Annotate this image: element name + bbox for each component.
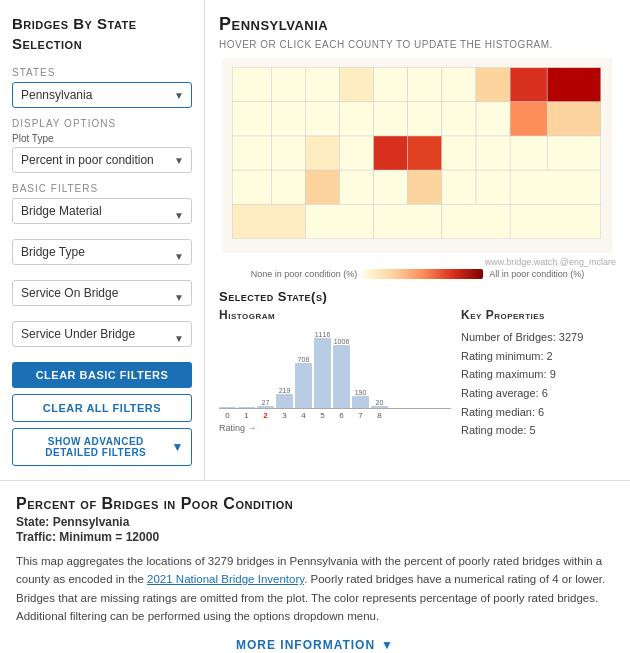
- more-info-label[interactable]: More Information: [236, 638, 375, 652]
- bottom-state-line: State: Pennsylvania: [16, 515, 614, 529]
- more-info-row[interactable]: More Information ▼: [16, 638, 614, 652]
- svg-rect-21: [232, 136, 271, 170]
- svg-rect-6: [408, 68, 442, 102]
- svg-rect-39: [510, 170, 601, 204]
- rating-mode: Rating mode: 5: [461, 421, 616, 440]
- bar-8: [371, 406, 388, 408]
- show-advanced-filters-button[interactable]: Show Advanced Detailed Filters ▼: [12, 428, 192, 466]
- svg-rect-29: [510, 136, 547, 170]
- svg-rect-16: [408, 102, 442, 136]
- svg-rect-30: [547, 136, 601, 170]
- bottom-traffic-line: Traffic: Minimum = 12000: [16, 530, 614, 544]
- bottom-section: Percent of Bridges in Poor Condition Sta…: [0, 481, 630, 653]
- left-panel: Bridges By State Selection States Pennsy…: [0, 0, 205, 480]
- plot-type-wrapper: Percent in poor condition ▼: [12, 147, 192, 173]
- svg-rect-2: [271, 68, 305, 102]
- svg-rect-8: [476, 68, 510, 102]
- histogram-area: Histogram 27: [219, 308, 451, 440]
- bar-group-5: 1116: [314, 331, 331, 408]
- key-props-title: Key Properties: [461, 308, 616, 322]
- bar-group-4: 708: [295, 356, 312, 408]
- svg-rect-5: [374, 68, 408, 102]
- svg-rect-18: [476, 102, 510, 136]
- bar-group-7: 190: [352, 389, 369, 408]
- svg-rect-32: [271, 170, 305, 204]
- svg-rect-11: [232, 102, 271, 136]
- svg-rect-36: [408, 170, 442, 204]
- plot-type-label: Plot Type: [12, 133, 192, 144]
- svg-rect-23: [305, 136, 339, 170]
- display-options-label: Display Options: [12, 118, 192, 129]
- svg-rect-17: [442, 102, 476, 136]
- service-on-wrapper: Service On Bridge ▼: [12, 280, 192, 313]
- bridge-material-select[interactable]: Bridge Material: [12, 198, 192, 224]
- bar-group-3: 219: [276, 387, 293, 408]
- selected-state-heading: Selected State(s): [219, 289, 616, 304]
- svg-rect-34: [340, 170, 374, 204]
- histogram-title: Histogram: [219, 308, 451, 322]
- map-container[interactable]: [219, 58, 616, 253]
- rating-median: Rating median: 6: [461, 403, 616, 422]
- svg-rect-24: [340, 136, 374, 170]
- legend-gradient: [363, 269, 483, 279]
- svg-rect-15: [374, 102, 408, 136]
- state-select-wrapper: Pennsylvania ▼: [12, 82, 192, 108]
- rating-avg: Rating average: 6: [461, 384, 616, 403]
- rating-max: Rating maximum: 9: [461, 365, 616, 384]
- clear-all-filters-button[interactable]: Clear All Filters: [12, 394, 192, 422]
- page-title: Bridges By State Selection: [12, 14, 192, 53]
- svg-rect-28: [476, 136, 510, 170]
- svg-rect-41: [305, 204, 373, 238]
- svg-rect-31: [232, 170, 271, 204]
- histogram-section: Histogram 27: [219, 308, 616, 440]
- bridge-material-wrapper: Bridge Material ▼: [12, 198, 192, 231]
- svg-rect-14: [340, 102, 374, 136]
- svg-rect-22: [271, 136, 305, 170]
- svg-rect-26: [408, 136, 442, 170]
- svg-rect-1: [232, 68, 271, 102]
- chevron-down-icon: ▼: [172, 440, 184, 454]
- legend-right-label: All in poor condition (%): [489, 269, 584, 279]
- svg-rect-25: [374, 136, 408, 170]
- basic-filters-label: Basic Filters: [12, 183, 192, 194]
- bar-chart: 27 219 708 1116: [219, 328, 451, 408]
- map-legend: None in poor condition (%) All in poor c…: [219, 269, 616, 279]
- bar-4: [295, 363, 312, 408]
- state-title: Pennsylvania: [219, 14, 616, 35]
- svg-rect-43: [442, 204, 510, 238]
- bar-3: [276, 394, 293, 408]
- bridge-type-select[interactable]: Bridge Type: [12, 239, 192, 265]
- bar-1: [238, 407, 255, 408]
- bar-group-8: 20: [371, 399, 388, 408]
- right-panel: Pennsylvania Hover or click each county …: [205, 0, 630, 480]
- svg-rect-27: [442, 136, 476, 170]
- svg-rect-3: [305, 68, 339, 102]
- service-on-select[interactable]: Service On Bridge: [12, 280, 192, 306]
- svg-rect-9: [510, 68, 547, 102]
- bridge-type-wrapper: Bridge Type ▼: [12, 239, 192, 272]
- map-credit: www.bridge.watch @eng_mclare: [219, 257, 616, 267]
- rating-min: Rating minimum: 2: [461, 347, 616, 366]
- service-under-wrapper: Service Under Bridge ▼: [12, 321, 192, 354]
- bar-group-6: 1006: [333, 338, 350, 408]
- map-subtitle: Hover or click each county to update the…: [219, 39, 616, 50]
- svg-rect-33: [305, 170, 339, 204]
- svg-rect-40: [232, 204, 305, 238]
- svg-rect-4: [340, 68, 374, 102]
- clear-basic-filters-button[interactable]: Clear Basic Filters: [12, 362, 192, 388]
- svg-rect-35: [374, 170, 408, 204]
- svg-rect-20: [547, 102, 601, 136]
- nbi-link[interactable]: 2021 National Bridge Inventory: [147, 573, 304, 585]
- state-select[interactable]: Pennsylvania: [12, 82, 192, 108]
- svg-rect-7: [442, 68, 476, 102]
- bar-7: [352, 396, 369, 408]
- bottom-description: This map aggregates the locations of 327…: [16, 552, 614, 626]
- states-label: States: [12, 67, 192, 78]
- bar-group-0: [219, 397, 236, 408]
- bottom-title: Percent of Bridges in Poor Condition: [16, 495, 614, 513]
- plot-type-select[interactable]: Percent in poor condition: [12, 147, 192, 173]
- bar-2: [257, 406, 274, 408]
- pennsylvania-map[interactable]: [219, 58, 616, 253]
- legend-left-label: None in poor condition (%): [251, 269, 358, 279]
- service-under-select[interactable]: Service Under Bridge: [12, 321, 192, 347]
